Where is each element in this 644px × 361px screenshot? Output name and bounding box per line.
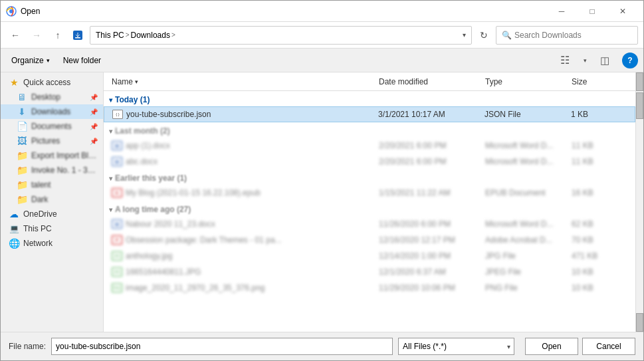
file-row-yt-subscribe[interactable]: { } you-tube-subscribe.json 3/1/2021 10:…	[104, 106, 635, 122]
sidebar-item-thispc[interactable]: 💻 This PC	[1, 221, 103, 236]
col-type-label: Type	[485, 77, 502, 86]
organize-chevron-icon: ▾	[47, 57, 50, 64]
filename-input[interactable]	[51, 338, 393, 355]
file-name-2: W abc.docx	[106, 156, 374, 167]
file-type-4: Microsoft Word D...	[480, 219, 566, 229]
organize-button[interactable]: Organize ▾	[6, 51, 55, 70]
last-month-chevron-icon: ▾	[109, 128, 112, 135]
file-size-8: 10 KB	[566, 283, 619, 293]
group-header-last-month[interactable]: ▾ Last month (2)	[104, 122, 635, 138]
jpg-icon-6: JPG	[112, 251, 122, 261]
title-bar: Open ─ □ ✕	[1, 1, 643, 22]
file-row-4[interactable]: W Nabour 2020 11_23.docx 11/26/2020 6:00…	[104, 216, 635, 232]
file-date-5: 12/16/2020 12:17 PM	[374, 235, 480, 245]
file-size-yt-subscribe: 1 KB	[566, 110, 619, 119]
open-button[interactable]: Open	[525, 338, 578, 355]
file-row-6[interactable]: JPG anthology.jpg 12/14/2020 1:00 PM JPG…	[104, 248, 635, 264]
file-date-3: 1/15/2021 11:22 AM	[374, 188, 480, 197]
preview-pane-button[interactable]: ◫	[595, 51, 614, 70]
column-headers: Name ▾ Date modified Type Size	[104, 72, 635, 91]
file-area: Name ▾ Date modified Type Size ▾	[104, 72, 635, 332]
breadcrumb-bar[interactable]: This PC > Downloads > ▾	[90, 26, 472, 45]
file-type-3: EPUB Document	[480, 188, 566, 197]
sidebar-item-network[interactable]: 🌐 Network	[1, 236, 103, 251]
file-row-2[interactable]: W abc.docx 2/20/2021 6:00 PM Microsoft W…	[104, 154, 635, 170]
view-details-button[interactable]: ☷	[556, 51, 574, 70]
scrollbar-thumb[interactable]	[636, 92, 643, 119]
address-bar: ← → ↑ This PC > Downloads > ▾ ↻ 🔍	[1, 22, 643, 49]
sidebar-label-quick-access: Quick access	[23, 78, 98, 87]
dialog-title: Open	[21, 7, 546, 16]
sidebar-item-desktop[interactable]: 🖥 Desktop 📌	[1, 90, 103, 104]
epub-icon: E	[112, 187, 122, 198]
sidebar-item-talent[interactable]: 📁 talent	[1, 178, 103, 192]
sidebar-label-invoke: Invoke No. 1 - 301...	[31, 166, 98, 175]
sidebar-label-downloads: Downloads	[31, 107, 86, 116]
refresh-button[interactable]: ↻	[475, 26, 493, 45]
thispc-icon: 💻	[9, 223, 19, 234]
file-date-1: 2/20/2021 6:00 PM	[374, 141, 480, 150]
sidebar-item-quick-access[interactable]: ★ Quick access	[1, 75, 103, 90]
group-header-long-ago[interactable]: ▾ A long time ago (27)	[104, 201, 635, 216]
filetype-select[interactable]: All Files (*.*) JSON Files (*.json) Text…	[398, 338, 514, 355]
breadcrumb-sep-2: >	[171, 31, 175, 39]
pictures-pin-icon: 📌	[90, 138, 98, 145]
file-type-yt-subscribe: JSON File	[479, 110, 566, 119]
col-name-sort-icon: ▾	[135, 78, 138, 85]
sidebar-label-onedrive: OneDrive	[23, 209, 98, 219]
sidebar-item-pictures[interactable]: 🖼 Pictures 📌	[1, 134, 103, 148]
sidebar-label-export-import: Export Import Blo...	[31, 151, 98, 160]
col-header-name[interactable]: Name ▾	[106, 77, 374, 86]
forward-button[interactable]: →	[27, 26, 46, 45]
new-folder-button[interactable]: New folder	[58, 51, 106, 70]
file-row-1[interactable]: W app (1).docx 2/20/2021 6:00 PM Microso…	[104, 138, 635, 154]
minimize-button[interactable]: ─	[546, 1, 577, 22]
file-row-5[interactable]: P Obsession package: Dark Themes - 01 pa…	[104, 232, 635, 248]
word-icon-1: W	[112, 140, 122, 151]
group-header-today[interactable]: ▾ Today (1)	[104, 91, 635, 106]
col-header-type[interactable]: Type	[480, 77, 566, 86]
toolbar-right: ☷ ▾ ◫ ?	[556, 51, 638, 70]
file-name-8: PNG image_2020_11_2970_26_35_376.png	[106, 283, 374, 293]
up-button[interactable]: ↑	[49, 26, 67, 45]
view-dropdown-button[interactable]: ▾	[576, 51, 594, 70]
breadcrumb-part-2[interactable]: Downloads	[131, 31, 170, 40]
file-row-8[interactable]: PNG image_2020_11_2970_26_35_376.png 11/…	[104, 280, 635, 296]
search-input[interactable]	[514, 31, 632, 40]
file-size-3: 16 KB	[566, 188, 619, 197]
organize-label: Organize	[11, 56, 44, 65]
maximize-button[interactable]: □	[577, 1, 607, 22]
file-name-3: E My Blog (2021-01-15 16.22.108).epub	[106, 187, 374, 198]
sidebar-item-downloads[interactable]: ⬇ Downloads 📌	[1, 104, 103, 119]
file-size-1: 11 KB	[566, 141, 619, 150]
close-button[interactable]: ✕	[607, 1, 638, 22]
breadcrumb-dropdown-icon[interactable]: ▾	[463, 31, 466, 39]
sidebar-item-onedrive[interactable]: ☁ OneDrive	[1, 207, 103, 221]
scrollbar-thumb-up[interactable]	[636, 72, 643, 91]
sidebar-item-export-import[interactable]: 📁 Export Import Blo...	[1, 148, 103, 163]
talent-icon: 📁	[17, 180, 27, 190]
filename-label: File name:	[9, 342, 46, 351]
sidebar-item-invoke[interactable]: 📁 Invoke No. 1 - 301...	[1, 163, 103, 178]
svg-rect-4	[75, 37, 80, 39]
cancel-button[interactable]: Cancel	[582, 338, 635, 355]
file-date-yt-subscribe: 3/1/2021 10:17 AM	[373, 110, 479, 119]
col-header-size[interactable]: Size	[566, 77, 619, 86]
group-header-earlier[interactable]: ▾ Earlier this year (1)	[104, 170, 635, 185]
sidebar-label-network: Network	[23, 239, 98, 248]
back-button[interactable]: ←	[6, 26, 25, 45]
pdf-icon-5: P	[112, 235, 122, 245]
file-name-5: P Obsession package: Dark Themes - 01 pa…	[106, 235, 374, 245]
file-row-7[interactable]: JPG 1665164440811.JPG 12/1/2020 6:37 AM …	[104, 264, 635, 280]
vertical-scrollbar[interactable]	[635, 72, 643, 332]
title-bar-controls: ─ □ ✕	[546, 1, 638, 22]
sidebar-item-dark[interactable]: 📁 Dark	[1, 192, 103, 207]
help-button[interactable]: ?	[622, 53, 638, 68]
col-header-date[interactable]: Date modified	[374, 77, 480, 86]
sidebar-label-documents: Documents	[31, 122, 86, 131]
file-row-3[interactable]: E My Blog (2021-01-15 16.22.108).epub 1/…	[104, 185, 635, 201]
breadcrumb-part-1[interactable]: This PC	[96, 31, 124, 40]
sidebar-item-documents[interactable]: 📄 Documents 📌	[1, 119, 103, 134]
network-icon: 🌐	[9, 238, 19, 249]
scrollbar-thumb-down[interactable]	[636, 313, 643, 332]
